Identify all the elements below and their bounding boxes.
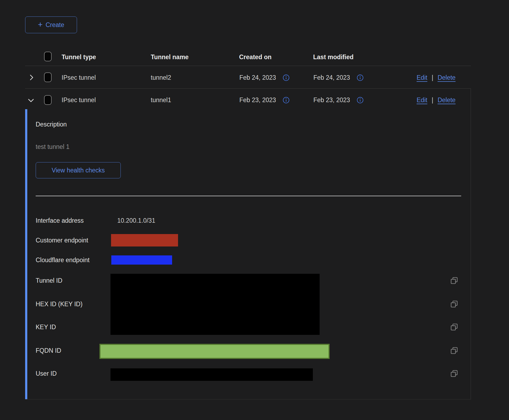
customer-endpoint-label: Customer endpoint	[36, 237, 88, 244]
select-all-checkbox[interactable]	[44, 52, 52, 61]
description-value: test tunnel 1	[36, 143, 69, 151]
table-right-border	[471, 88, 471, 399]
copy-tunnel-id-button[interactable]	[450, 276, 458, 285]
row-actions: Edit | Delete	[417, 74, 456, 81]
column-header-tunnel-name: Tunnel name	[151, 54, 189, 61]
created-on-date: Feb 23, 2023	[239, 96, 276, 104]
action-separator: |	[432, 74, 433, 81]
column-header-created-on: Created on	[239, 54, 272, 61]
delete-link[interactable]: Delete	[438, 96, 456, 104]
action-separator: |	[432, 96, 433, 104]
fqdn-id-label: FQDN ID	[36, 347, 61, 354]
header-divider	[25, 66, 471, 66]
copy-key-id-button[interactable]	[450, 323, 458, 331]
copy-icon	[450, 323, 458, 331]
tunnel-ids-redacted-values	[110, 274, 320, 335]
chevron-right-icon	[28, 74, 35, 81]
create-button-label: Create	[46, 21, 64, 29]
copy-icon	[450, 276, 458, 285]
column-header-tunnel-type: Tunnel type	[62, 54, 96, 61]
edit-link[interactable]: Edit	[417, 96, 427, 104]
cloudflare-endpoint-label: Cloudflare endpoint	[36, 256, 89, 264]
tunnel-type-cell: IPsec tunnel	[62, 74, 96, 81]
copy-user-id-button[interactable]	[450, 369, 458, 378]
key-id-label: KEY ID	[36, 324, 56, 331]
interface-address-label: Interface address	[36, 217, 84, 224]
hex-id-label: HEX ID (KEY ID)	[36, 301, 82, 308]
copy-icon	[450, 369, 458, 378]
view-health-checks-button[interactable]: View health checks	[36, 162, 121, 178]
user-id-redacted-value	[110, 368, 313, 381]
expand-row-button[interactable]	[28, 74, 35, 81]
last-modified-cell: Feb 24, 2023	[313, 74, 364, 81]
last-modified-date: Feb 24, 2023	[313, 74, 350, 81]
copy-icon	[450, 346, 458, 355]
row-divider	[25, 88, 471, 89]
row-actions: Edit | Delete	[417, 96, 456, 104]
tunnel-id-label: Tunnel ID	[36, 277, 62, 284]
customer-endpoint-redacted-value	[111, 234, 178, 246]
delete-link[interactable]: Delete	[438, 74, 456, 81]
created-on-cell: Feb 23, 2023	[239, 96, 290, 104]
column-header-last-modified: Last modified	[313, 54, 354, 61]
info-icon[interactable]	[283, 74, 290, 81]
created-on-cell: Feb 24, 2023	[239, 74, 290, 81]
info-icon[interactable]	[283, 96, 290, 104]
copy-fqdn-id-button[interactable]	[450, 346, 458, 355]
section-divider	[36, 196, 461, 196]
info-icon[interactable]	[357, 96, 364, 104]
interface-address-value: 10.200.1.0/31	[117, 217, 155, 224]
chevron-down-icon	[27, 96, 35, 104]
cloudflare-endpoint-redacted-value	[111, 255, 172, 265]
row-checkbox[interactable]	[44, 95, 52, 105]
user-id-label: User ID	[36, 370, 57, 377]
created-on-date: Feb 24, 2023	[239, 74, 276, 81]
collapse-row-button[interactable]	[27, 96, 35, 104]
create-button[interactable]: + Create	[25, 16, 77, 33]
expanded-row-indicator	[25, 109, 27, 399]
info-icon[interactable]	[357, 74, 364, 81]
copy-icon	[450, 300, 458, 308]
tunnel-type-cell: IPsec tunnel	[62, 96, 96, 104]
row-checkbox[interactable]	[44, 72, 52, 82]
tunnel-name-cell: tunnel1	[151, 96, 171, 104]
last-modified-cell: Feb 23, 2023	[313, 96, 364, 104]
fqdn-id-redacted-value	[99, 344, 330, 359]
copy-hex-id-button[interactable]	[450, 300, 458, 308]
edit-link[interactable]: Edit	[417, 74, 427, 81]
last-modified-date: Feb 23, 2023	[313, 96, 350, 104]
tunnel-name-cell: tunnel2	[151, 74, 171, 81]
description-label: Description	[36, 121, 67, 128]
expanded-section-bottom-divider	[25, 399, 471, 399]
